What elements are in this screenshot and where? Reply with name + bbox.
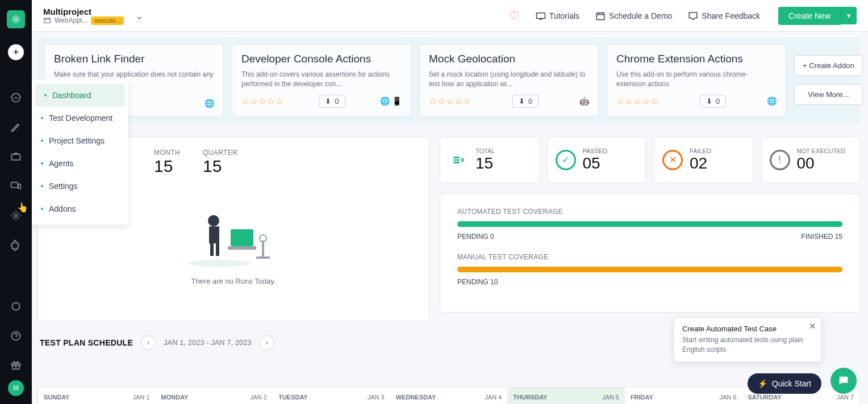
chevron-down-icon[interactable]: ⌄ bbox=[135, 10, 144, 22]
flyout-item-test-development[interactable]: Test Development bbox=[32, 107, 128, 129]
tutorials-link[interactable]: Tutorials bbox=[536, 11, 579, 21]
next-button[interactable]: › bbox=[260, 335, 274, 350]
tooltip-title: Create Automated Test Case bbox=[682, 325, 813, 333]
status-passed: ✓ PASSED05 bbox=[547, 137, 646, 183]
project-badge: executio... bbox=[91, 16, 124, 25]
status-notexecuted: ! NOT EXECUTED00 bbox=[761, 137, 861, 183]
empty-message: There are no Runs Today. bbox=[191, 277, 276, 285]
tooltip-desc: Start writing automated tests using plai… bbox=[682, 335, 813, 355]
svg-point-16 bbox=[208, 215, 219, 226]
svg-rect-15 bbox=[228, 246, 256, 250]
svg-rect-19 bbox=[216, 243, 219, 256]
app-logo[interactable] bbox=[7, 10, 25, 28]
svg-rect-20 bbox=[262, 241, 264, 256]
add-button[interactable]: + bbox=[8, 44, 24, 60]
quick-start-button[interactable]: ⚡ Quick Start bbox=[748, 373, 821, 394]
flyout-item-project-settings[interactable]: Project Settings bbox=[32, 129, 128, 152]
status-row: TOTAL15 ✓ PASSED05 ✕ FAILED02 ! NOT EXEC… bbox=[440, 137, 860, 183]
x-icon: ✕ bbox=[662, 150, 683, 170]
check-icon: ✓ bbox=[556, 150, 576, 170]
coverage-auto-bar bbox=[457, 221, 842, 227]
project-subtitle: WebAppl... executio... bbox=[43, 16, 124, 25]
addon-title: Broken Link Finder bbox=[54, 53, 214, 65]
coverage-panel: AUTOMATED TEST COVERAGE PENDING 0FINISHE… bbox=[440, 193, 860, 313]
create-new-button[interactable]: Create New bbox=[778, 7, 841, 25]
alert-icon: ! bbox=[770, 150, 790, 170]
svg-point-6 bbox=[12, 302, 19, 310]
svg-rect-12 bbox=[596, 12, 604, 19]
addon-card[interactable]: Developer Console Actions This add-on co… bbox=[232, 44, 411, 116]
dashboard-icon[interactable] bbox=[8, 90, 24, 106]
star-rating: ☆☆☆☆☆ bbox=[429, 96, 471, 107]
sidebar-rail: + M bbox=[0, 0, 32, 404]
project-selector[interactable]: Multiproject WebAppl... executio... bbox=[43, 7, 124, 25]
flyout-item-settings[interactable]: Settings bbox=[32, 175, 128, 197]
stat-month: MONTH 15 bbox=[154, 149, 180, 176]
create-addon-button[interactable]: + Create Addon bbox=[794, 55, 863, 76]
empty-illustration bbox=[185, 201, 282, 269]
sidebar-flyout: Dashboard Test Development Project Setti… bbox=[32, 79, 128, 225]
addon-title: Mock Geolocation bbox=[429, 53, 589, 65]
weekday-cell[interactable]: FRIDAYJAN 6 bbox=[625, 388, 742, 404]
addon-title: Chrome Extension Actions bbox=[616, 53, 777, 65]
share-feedback-link[interactable]: Share Feedback bbox=[688, 11, 760, 21]
schedule-demo-link[interactable]: Schedule a Demo bbox=[595, 11, 672, 21]
star-rating: ☆☆☆☆☆ bbox=[616, 96, 659, 107]
coverage-manual-label: MANUAL TEST COVERAGE bbox=[457, 253, 842, 261]
pencil-icon[interactable] bbox=[8, 119, 24, 135]
flyout-item-agents[interactable]: Agents bbox=[32, 152, 128, 175]
refresh-icon[interactable] bbox=[8, 298, 24, 314]
gift-icon[interactable] bbox=[8, 357, 24, 373]
date-range: JAN 1, 2023 - JAN 7, 2023 bbox=[164, 338, 252, 347]
status-total: TOTAL15 bbox=[440, 137, 539, 183]
svg-point-7 bbox=[12, 332, 20, 340]
total-icon bbox=[448, 150, 469, 170]
gear-icon[interactable] bbox=[8, 208, 24, 224]
schedule-title: TEST PLAN SCHEDULE bbox=[40, 338, 133, 347]
weekday-cell[interactable]: TUESDAYJAN 3 bbox=[273, 388, 390, 404]
devices-icon[interactable] bbox=[8, 178, 24, 194]
svg-rect-10 bbox=[44, 18, 51, 23]
close-icon[interactable]: ✕ bbox=[809, 321, 816, 331]
platform-icons: 🌐 📱 bbox=[380, 96, 402, 106]
addon-desc: This add-on covers various assertions fo… bbox=[241, 70, 402, 89]
weekday-cell[interactable]: MONDAYJAN 2 bbox=[156, 388, 273, 404]
coverage-manual-bar bbox=[457, 267, 842, 272]
weekday-cell-today[interactable]: THURSDAYJAN 5 bbox=[507, 388, 625, 404]
help-icon[interactable] bbox=[8, 328, 24, 344]
puzzle-icon[interactable] bbox=[8, 237, 24, 253]
download-count: ⬇ 0 bbox=[512, 95, 539, 108]
addon-card[interactable]: Chrome Extension Actions Use this add-on… bbox=[607, 44, 786, 116]
addon-title: Developer Console Actions bbox=[241, 53, 402, 65]
stat-quarter: QUARTER 15 bbox=[203, 149, 237, 176]
briefcase-icon[interactable] bbox=[8, 149, 24, 165]
tooltip-create-test: ✕ Create Automated Test Case Start writi… bbox=[674, 317, 821, 362]
weekday-cell[interactable]: SUNDAYJAN 1 bbox=[38, 388, 156, 404]
download-count: ⬇ 0 bbox=[319, 95, 345, 108]
addon-desc: Use this add-on to perform various chrom… bbox=[616, 70, 777, 89]
star-rating: ☆☆☆☆☆ bbox=[241, 96, 284, 107]
weekday-cell[interactable]: WEDNESDAYJAN 4 bbox=[390, 388, 508, 404]
svg-rect-17 bbox=[209, 226, 219, 243]
view-more-button[interactable]: View More... bbox=[794, 84, 863, 105]
heart-icon[interactable]: ♡ bbox=[508, 9, 520, 23]
flyout-item-dashboard[interactable]: Dashboard bbox=[35, 84, 125, 107]
coverage-auto-label: AUTOMATED TEST COVERAGE bbox=[457, 208, 842, 216]
prev-button[interactable]: ‹ bbox=[141, 335, 156, 350]
svg-rect-2 bbox=[12, 154, 20, 160]
svg-point-0 bbox=[14, 18, 18, 21]
weekday-strip: SUNDAYJAN 1 MONDAYJAN 2 TUESDAYJAN 3 WED… bbox=[37, 387, 860, 404]
flyout-item-addons[interactable]: Addons bbox=[32, 197, 128, 220]
svg-rect-4 bbox=[18, 184, 20, 189]
topbar: Multiproject WebAppl... executio... ⌄ ♡ … bbox=[32, 0, 868, 32]
create-new-caret[interactable]: ▾ bbox=[841, 7, 857, 24]
svg-point-5 bbox=[15, 214, 18, 217]
create-new-group: Create New ▾ bbox=[778, 7, 857, 25]
svg-rect-18 bbox=[210, 243, 214, 256]
svg-rect-3 bbox=[11, 182, 18, 187]
project-title: Multiproject bbox=[43, 7, 124, 16]
chat-icon[interactable] bbox=[831, 368, 857, 394]
avatar[interactable]: M bbox=[8, 380, 24, 396]
addon-card[interactable]: Mock Geolocation Set a mock location (us… bbox=[419, 44, 599, 116]
addon-desc: Set a mock location (using longitude and… bbox=[429, 70, 589, 89]
